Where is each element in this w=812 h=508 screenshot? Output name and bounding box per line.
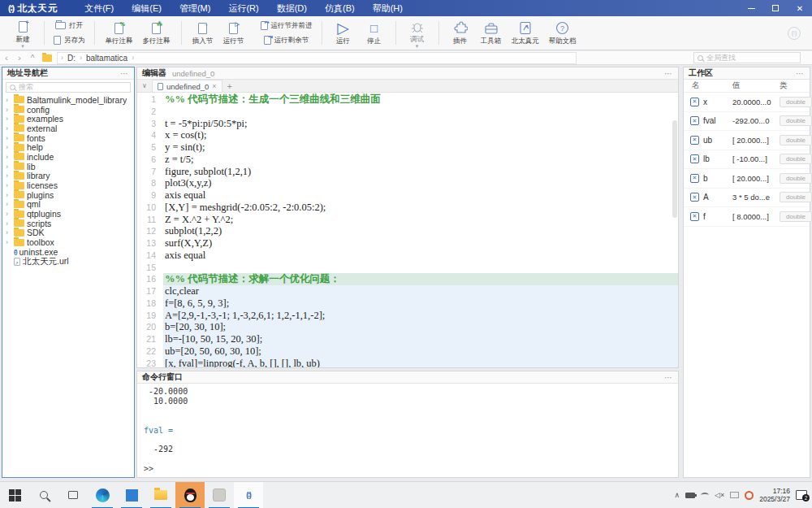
taskbar-app-button[interactable]	[205, 482, 234, 508]
menu-item[interactable]: 管理(M)	[171, 0, 220, 16]
code-line[interactable]: 22ub=[20, 50, 60, 30, 10];	[137, 345, 678, 358]
code-line[interactable]: 11Z = X.^2 + Y.^2;	[137, 214, 678, 226]
code-line[interactable]: 15	[137, 262, 678, 274]
code-line[interactable]: 23[x, fval]=linprog(-f, A, b, [], [], lb…	[137, 358, 678, 368]
minimize-button[interactable]	[739, 0, 763, 16]
breadcrumb[interactable]: › D: › baltamatica ›	[57, 52, 577, 64]
workspace-menu-button[interactable]: ⋯	[796, 69, 805, 78]
tree-item-file[interactable]: 北太天元.url	[2, 257, 134, 267]
baltam-button[interactable]: 北太真元	[507, 18, 544, 49]
code-line[interactable]: 2	[137, 106, 678, 118]
code-line[interactable]: 5y = sin(t);	[137, 141, 678, 154]
save-as-button[interactable]: 另存为	[50, 34, 89, 46]
new-tab-button[interactable]: +	[227, 81, 232, 91]
expand-chevron-icon[interactable]: ›	[6, 210, 11, 218]
tree-item-folder[interactable]: ›qtplugins	[2, 209, 134, 219]
expand-chevron-icon[interactable]: ›	[6, 200, 11, 208]
code-line[interactable]: 8plot3(x,y,z)	[137, 177, 678, 189]
restore-button[interactable]	[763, 0, 788, 16]
help-doc-button[interactable]: ? 帮助文档	[544, 18, 581, 49]
new-button[interactable]: + 新建 ▼	[7, 18, 38, 49]
expand-chevron-icon[interactable]: ›	[6, 163, 11, 171]
menu-item[interactable]: 帮助(H)	[364, 0, 412, 16]
multi-comment-button[interactable]: ⁂ 多行注释	[138, 18, 175, 49]
toolbox-button[interactable]: 工具箱	[476, 18, 507, 49]
printer-icon[interactable]	[730, 492, 739, 498]
editor-scrollbar[interactable]	[672, 120, 677, 218]
code-line[interactable]: 19A=[2,9,-1,-3,-1; 1,-3,2,6,1; 1,2,-1,1,…	[137, 310, 678, 322]
command-window-menu-button[interactable]: ⋯	[664, 373, 673, 382]
tree-item-folder[interactable]: ›external	[2, 124, 134, 133]
code-line[interactable]: 3t = -5*pi:pi/50:5*pi;	[137, 118, 678, 130]
code-line[interactable]: 1%% 代码节描述：生成一个三维曲线和三维曲面	[137, 93, 678, 106]
wifi-icon[interactable]	[701, 493, 709, 497]
debug-button[interactable]: 调试 ▼	[402, 18, 433, 49]
expand-chevron-icon[interactable]: ›	[6, 219, 11, 228]
run-remaining-button[interactable]: ⇥ 运行剩余节	[261, 34, 313, 46]
col-value[interactable]: 值	[732, 80, 780, 91]
workspace-row[interactable]: ✕A3 * 5 do...edouble	[684, 189, 810, 208]
back-button[interactable]: ‹	[0, 54, 13, 63]
current-folder-icon[interactable]	[42, 54, 52, 62]
volume-muted-icon[interactable]: ◁×	[715, 491, 724, 499]
expand-chevron-icon[interactable]: ›	[6, 96, 11, 104]
expand-chevron-icon[interactable]: ›	[6, 228, 11, 237]
code-line[interactable]: 7figure, subplot(1,2,1)	[137, 166, 678, 178]
tray-app-icon[interactable]	[745, 491, 754, 500]
taskbar-qq-button[interactable]	[175, 482, 205, 508]
taskbar-baltamatica-button[interactable]: (∶)	[234, 482, 263, 508]
tree-item-folder[interactable]: ›help	[2, 142, 134, 152]
tray-expand-chevron-icon[interactable]: ∧	[674, 491, 680, 499]
code-line[interactable]: 12subplot(1,2,2)	[137, 225, 678, 237]
code-line[interactable]: 16%% 代码节描述：求解一个优化问题：	[137, 273, 678, 285]
insert-section-button[interactable]: → 插入节	[188, 18, 218, 49]
start-button[interactable]	[0, 482, 29, 508]
col-class[interactable]: 类	[780, 80, 788, 91]
run-section-button[interactable]: ▷ 运行节	[218, 18, 249, 49]
tree-item-folder[interactable]: ›lib	[2, 162, 134, 172]
tab-undefined-0[interactable]: undefined_0 ×	[152, 80, 222, 92]
workspace-row[interactable]: ✕fval-292.00...0double	[684, 112, 810, 132]
nav-search-input[interactable]: 搜索	[6, 82, 131, 93]
up-button[interactable]: ^	[26, 54, 39, 63]
command-window[interactable]: -20.0000 10.0000fval = -292>>	[137, 384, 678, 477]
tree-item-folder[interactable]: ›plugins	[2, 190, 134, 200]
tab-close-icon[interactable]: ×	[212, 82, 216, 90]
tab-list-chevron-icon[interactable]: ∨	[137, 82, 152, 89]
breadcrumb-folder[interactable]: baltamatica	[86, 54, 127, 63]
code-line[interactable]: 14axis equal	[137, 250, 678, 262]
tree-item-folder[interactable]: ›include	[2, 152, 134, 162]
expand-chevron-icon[interactable]: ›	[6, 172, 11, 180]
workspace-row[interactable]: ✕ub[ 20.000...]double	[684, 131, 810, 150]
menu-item[interactable]: 数据(D)	[268, 0, 316, 16]
run-section-advance-button[interactable]: ↦ 运行节并前进	[257, 20, 316, 32]
task-view-button[interactable]	[58, 482, 88, 508]
code-line[interactable]: 13surf(X,Y,Z)	[137, 237, 678, 250]
notification-center-button[interactable]: 2	[796, 490, 807, 500]
expand-chevron-icon[interactable]: ›	[6, 124, 11, 132]
tree-item-folder[interactable]: ›toolbox	[2, 237, 134, 247]
expand-chevron-icon[interactable]: ›	[6, 134, 11, 142]
code-line[interactable]: 20b=[20, 30, 10];	[137, 321, 678, 333]
nav-panel-menu-button[interactable]: ⋯	[120, 69, 129, 78]
stop-button[interactable]: □ 停止	[359, 18, 390, 49]
code-editor[interactable]: 1%% 代码节描述：生成一个三维曲线和三维曲面23t = -5*pi:pi/50…	[137, 93, 678, 367]
code-line[interactable]: 18f=[8, 6, 5, 9, 3];	[137, 297, 678, 310]
close-button[interactable]: ✕	[788, 0, 812, 16]
run-button[interactable]: ▷ 运行	[328, 18, 359, 49]
editor-panel-menu-button[interactable]: ⋯	[664, 69, 673, 78]
taskbar-explorer-button[interactable]	[146, 482, 175, 508]
tree-item-folder[interactable]: ›library	[2, 172, 134, 181]
tree-item-folder[interactable]: ›Baltamulink_model_library	[2, 95, 134, 105]
breadcrumb-drive[interactable]: D:	[67, 54, 76, 63]
code-line[interactable]: 17clc,clear	[137, 285, 678, 297]
code-line[interactable]: 21lb=-[10, 50, 15, 20, 30];	[137, 333, 678, 345]
taskbar-edge-button[interactable]	[88, 482, 117, 508]
menu-item[interactable]: 仿真(B)	[316, 0, 364, 16]
menu-item[interactable]: 文件(F)	[76, 0, 123, 16]
expand-chevron-icon[interactable]: ›	[6, 238, 11, 246]
expand-chevron-icon[interactable]: ›	[6, 115, 11, 123]
plugin-button[interactable]: 插件	[445, 18, 476, 49]
taskbar-vscode-button[interactable]	[117, 482, 146, 508]
forward-button[interactable]: ›	[13, 54, 26, 63]
